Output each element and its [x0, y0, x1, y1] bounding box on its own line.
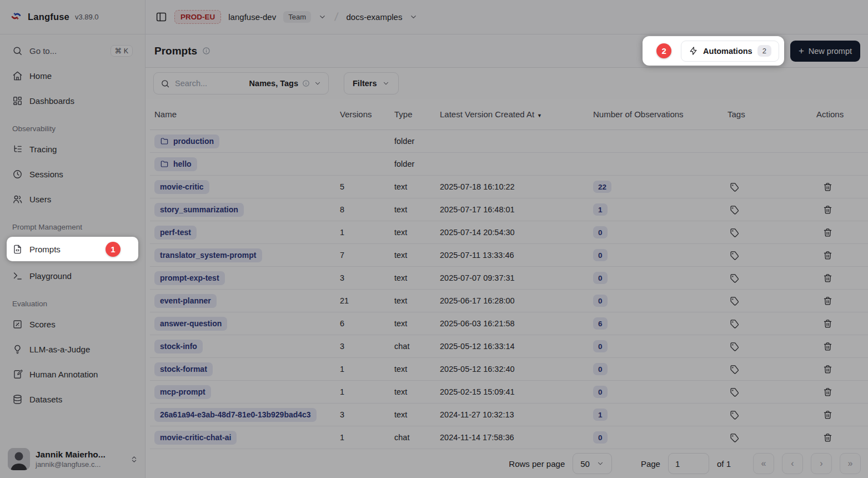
rows-per-page-select[interactable]: 50 — [573, 453, 612, 474]
prompt-name-pill[interactable]: mcp-prompt — [154, 385, 211, 399]
page-number-input[interactable]: 1 — [668, 453, 709, 474]
delete-button[interactable] — [821, 271, 835, 285]
tag-icon[interactable] — [727, 317, 741, 331]
created-at-value: 2025-06-17 16:28:00 — [435, 296, 589, 305]
sidebar-item-datasets[interactable]: Datasets — [7, 389, 138, 410]
prompt-name-pill[interactable]: 26a61a94-e3ab-48d7-81e0-13b929bad4c3 — [154, 408, 317, 422]
search-input[interactable]: Search... Names, Tags — [153, 72, 329, 94]
table-row[interactable]: translator_system-prompt 7 text 2025-07-… — [150, 244, 868, 267]
tag-icon[interactable] — [727, 362, 741, 376]
versions-value: 1 — [335, 387, 390, 396]
sidebar-nav: Go to... ⌘ K Home Dashboards Observabili… — [0, 34, 145, 441]
delete-button[interactable] — [821, 226, 835, 240]
chevron-down-icon[interactable] — [318, 13, 327, 21]
user-menu[interactable]: Jannik Maierho... jannik@langfuse.c... — [0, 441, 145, 478]
observations-badge: 0 — [593, 226, 608, 238]
column-header-created[interactable]: Latest Version Created At▼ — [435, 109, 589, 119]
prompt-name-pill[interactable]: answer-question — [154, 317, 227, 331]
app-version: v3.89.0 — [75, 13, 99, 21]
column-header-type[interactable]: Type — [390, 109, 435, 119]
prompt-name-pill[interactable]: event-planner — [154, 294, 217, 308]
versions-value: 3 — [335, 342, 390, 351]
tag-icon[interactable] — [727, 248, 741, 262]
prompt-name-pill[interactable]: story_summarization — [154, 203, 244, 217]
delete-button[interactable] — [821, 385, 835, 399]
tag-icon[interactable] — [727, 340, 741, 353]
delete-button[interactable] — [821, 340, 835, 353]
prompt-name: mcp-prompt — [160, 387, 205, 396]
plus-icon: + — [799, 46, 804, 57]
terminal-icon — [12, 271, 23, 281]
delete-button[interactable] — [821, 294, 835, 308]
sidebar-item-human-annotation[interactable]: Human Annotation — [7, 364, 138, 385]
tag-icon[interactable] — [727, 294, 741, 308]
tag-icon[interactable] — [727, 180, 741, 194]
table-row[interactable]: event-planner 21 text 2025-06-17 16:28:0… — [150, 290, 868, 312]
table-row[interactable]: mcp-prompt 1 text 2025-02-15 15:09:41 0 — [150, 381, 868, 404]
table-row[interactable]: 26a61a94-e3ab-48d7-81e0-13b929bad4c3 3 t… — [150, 404, 868, 426]
column-header-observations[interactable]: Number of Observations — [589, 109, 723, 119]
folder-icon — [160, 137, 169, 146]
tag-icon[interactable] — [727, 385, 741, 399]
last-page-button[interactable]: » — [840, 453, 861, 474]
delete-button[interactable] — [821, 362, 835, 376]
project-name[interactable]: docs-examples — [347, 12, 403, 22]
table-row[interactable]: production folder — [150, 130, 868, 153]
table-row[interactable]: hello folder — [150, 153, 868, 176]
sidebar-item-home[interactable]: Home — [7, 65, 138, 86]
tag-icon[interactable] — [727, 226, 741, 240]
langfuse-logo-icon — [10, 10, 22, 24]
delete-button[interactable] — [821, 203, 835, 217]
sidebar-item-dashboards[interactable]: Dashboards — [7, 90, 138, 111]
filters-button[interactable]: Filters — [344, 72, 399, 94]
sidebar-item-llm-as-a-judge[interactable]: LLM-as-a-Judge — [7, 338, 138, 360]
sidebar-item-scores[interactable]: Scores — [7, 313, 138, 335]
first-page-button[interactable]: « — [753, 453, 774, 474]
delete-button[interactable] — [821, 408, 835, 422]
table-row[interactable]: perf-test 1 text 2025-07-14 20:54:30 0 — [150, 221, 868, 244]
prompt-name-pill[interactable]: stock-info — [154, 340, 203, 353]
sidebar-item-playground[interactable]: Playground — [7, 265, 138, 286]
prompt-name-pill[interactable]: production — [154, 135, 219, 148]
table-row[interactable]: answer-question 6 text 2025-06-03 16:21:… — [150, 312, 868, 335]
delete-button[interactable] — [821, 317, 835, 331]
sidebar-item-tracing[interactable]: Tracing — [7, 138, 138, 160]
prev-page-button[interactable]: ‹ — [782, 453, 803, 474]
table-row[interactable]: stock-format 1 text 2025-05-12 16:32:40 … — [150, 358, 868, 381]
table-row[interactable]: movie-critic-chat-ai 1 chat 2024-11-14 1… — [150, 426, 868, 449]
sidebar-toggle-icon[interactable] — [155, 11, 167, 23]
column-header-name[interactable]: Name — [150, 109, 335, 119]
chevron-down-icon[interactable] — [409, 13, 418, 21]
prompt-name-pill[interactable]: stock-format — [154, 362, 213, 376]
prompt-name-pill[interactable]: movie-critic — [154, 180, 209, 194]
new-prompt-button[interactable]: + New prompt — [790, 41, 860, 62]
column-header-versions[interactable]: Versions — [335, 109, 390, 119]
prompt-name-pill[interactable]: perf-test — [154, 226, 197, 240]
delete-button[interactable] — [821, 180, 835, 194]
org-name[interactable]: langfuse-dev — [228, 12, 276, 22]
prompt-name-pill[interactable]: translator_system-prompt — [154, 248, 262, 262]
next-page-button[interactable]: › — [811, 453, 832, 474]
created-at-value: 2025-05-12 16:32:40 — [435, 365, 589, 374]
prompt-name-pill[interactable]: hello — [154, 157, 197, 171]
search-scope-select[interactable]: Names, Tags — [249, 79, 322, 88]
table-row[interactable]: prompt-exp-test 3 text 2025-07-07 09:37:… — [150, 267, 868, 290]
sidebar-item-users[interactable]: Users — [7, 188, 138, 210]
tag-icon[interactable] — [727, 203, 741, 217]
table-row[interactable]: stock-info 3 chat 2025-05-12 16:33:14 0 — [150, 335, 868, 358]
sidebar-item-sessions[interactable]: Sessions — [7, 163, 138, 185]
table-body: production folder hello folder movie-cri… — [150, 130, 868, 449]
sidebar-item-prompts[interactable]: Prompts 1 — [7, 237, 138, 261]
goto-search[interactable]: Go to... ⌘ K — [7, 40, 138, 61]
delete-button[interactable] — [821, 431, 835, 445]
prompt-name-pill[interactable]: prompt-exp-test — [154, 271, 225, 285]
tag-icon[interactable] — [727, 408, 741, 422]
table-row[interactable]: story_summarization 8 text 2025-07-17 16… — [150, 198, 868, 221]
column-header-tags[interactable]: Tags — [723, 109, 812, 119]
tag-icon[interactable] — [727, 431, 741, 445]
prompt-name-pill[interactable]: movie-critic-chat-ai — [154, 431, 237, 445]
table-row[interactable]: movie-critic 5 text 2025-07-18 16:10:22 … — [150, 176, 868, 198]
tag-icon[interactable] — [727, 271, 741, 285]
automations-button[interactable]: Automations 2 — [681, 41, 779, 62]
delete-button[interactable] — [821, 248, 835, 262]
